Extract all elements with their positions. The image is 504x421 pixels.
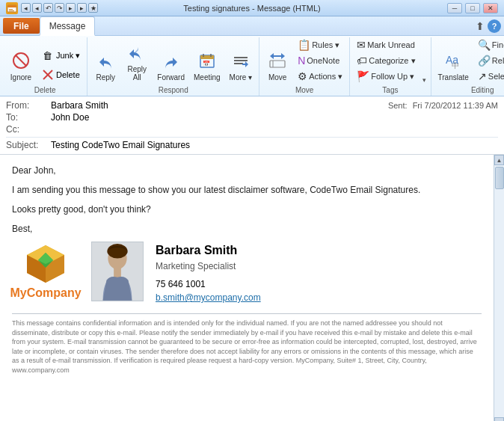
email-body-outer: Dear John, I am sending you this message… <box>0 155 504 421</box>
signature-block: MyCompany <box>12 242 482 304</box>
sent-value: Fri 7/20/2012 11:39 AM <box>413 101 498 110</box>
find-label: Find <box>492 40 504 49</box>
reply-button[interactable]: Reply <box>90 49 120 84</box>
reply-all-button[interactable]: ReplyAll <box>122 41 152 84</box>
more-label: More ▾ <box>230 73 253 82</box>
junk-delete-col: 🗑 Junk ▾ Delete <box>37 46 84 84</box>
file-menu-button[interactable]: File <box>3 18 40 34</box>
related-icon: 🔗 <box>478 55 491 67</box>
tb-btn-2[interactable]: ◂ <box>32 3 42 13</box>
move-label: Move <box>268 73 286 82</box>
from-value: Barbara Smith <box>51 100 388 111</box>
window-title: Testing signatures - Message (HTML) <box>183 4 320 13</box>
email-body: Dear John, I am sending you this message… <box>0 155 494 421</box>
restore-button[interactable]: □ <box>465 3 480 13</box>
close-button[interactable]: ✕ <box>483 3 498 13</box>
sig-info: Barbara Smith Marketing Specialist 75 64… <box>156 242 261 304</box>
more-button[interactable]: More ▾ <box>226 49 256 84</box>
translate-button[interactable]: Aa中 Translate <box>434 49 473 84</box>
select-button[interactable]: ↗ Select ▾ <box>474 69 504 84</box>
help-button[interactable]: ? <box>488 19 501 33</box>
collapse-icon[interactable]: ⬆ <box>476 20 485 32</box>
related-button[interactable]: 🔗 Related ▾ <box>474 53 504 68</box>
scroll-up-button[interactable]: ▲ <box>494 155 504 165</box>
find-icon: 🔍 <box>478 39 491 51</box>
message-tab[interactable]: Message <box>40 16 96 36</box>
company-name: MyCompany <box>10 284 81 302</box>
follow-up-button[interactable]: 🚩 Follow Up ▾ <box>353 69 419 84</box>
meeting-button[interactable]: 📅 Meeting <box>190 49 224 84</box>
person-photo <box>91 242 144 301</box>
svg-rect-14 <box>234 57 248 58</box>
ignore-button[interactable]: Ignore <box>6 49 36 84</box>
delete-group-buttons: Ignore 🗑 Junk ▾ Delete <box>6 37 84 85</box>
app-icon <box>6 2 18 14</box>
delete-group: Ignore 🗑 Junk ▾ Delete Delete <box>3 37 87 96</box>
editing-group-label: Editing <box>471 85 494 96</box>
tb-btn-3[interactable]: ↶ <box>43 3 53 13</box>
tb-btn-1[interactable]: ◂ <box>21 3 31 13</box>
move-small-col: 📋 Rules ▾ N OneNote ⚙ Actions ▾ <box>294 37 346 84</box>
forward-button[interactable]: Forward <box>153 49 188 84</box>
sig-title: Marketing Specialist <box>156 259 261 273</box>
paragraph1: I am sending you this message to show yo… <box>12 183 482 197</box>
mark-unread-icon: ✉ <box>357 39 366 51</box>
svg-text:中: 中 <box>452 61 459 70</box>
forward-label: Forward <box>157 73 185 82</box>
tb-btn-6[interactable]: ▸ <box>77 3 87 13</box>
scroll-thumb[interactable] <box>495 167 504 189</box>
sig-phone: 75 646 1001 <box>156 277 261 291</box>
rules-label: Rules ▾ <box>312 40 339 50</box>
editing-group-buttons: Aa中 Translate 🔍 Find 🔗 Related ▾ ↗ Selec… <box>434 37 504 85</box>
title-bar: ◂ ◂ ↶ ↷ ▸ ▸ ★ Testing signatures - Messa… <box>0 0 504 16</box>
svg-rect-15 <box>234 60 248 61</box>
delete-button[interactable]: Delete <box>37 66 84 84</box>
tb-btn-5[interactable]: ▸ <box>66 3 76 13</box>
rules-button[interactable]: 📋 Rules ▾ <box>294 37 346 52</box>
svg-line-5 <box>16 55 26 66</box>
rules-icon: 📋 <box>298 39 310 51</box>
reply-all-icon <box>128 43 146 64</box>
tags-dropdown[interactable]: ▾ <box>421 76 428 84</box>
tags-small-col: ✉ Mark Unread 🏷 Categorize ▾ 🚩 Follow Up… <box>353 37 419 84</box>
tags-group-buttons: ✉ Mark Unread 🏷 Categorize ▾ 🚩 Follow Up… <box>353 37 427 85</box>
svg-rect-16 <box>234 63 243 64</box>
categorize-button[interactable]: 🏷 Categorize ▾ <box>353 53 419 68</box>
svg-rect-10 <box>200 55 214 59</box>
move-button[interactable]: Move <box>262 49 292 84</box>
mark-unread-button[interactable]: ✉ Mark Unread <box>353 37 419 52</box>
select-label: Select ▾ <box>488 72 504 82</box>
junk-button[interactable]: 🗑 Junk ▾ <box>37 46 84 64</box>
find-button[interactable]: 🔍 Find <box>474 37 504 52</box>
editing-small-col: 🔍 Find 🔗 Related ▾ ↗ Select ▾ <box>474 37 504 84</box>
onenote-button[interactable]: N OneNote <box>294 53 346 68</box>
ignore-label: Ignore <box>10 73 31 82</box>
reply-label: Reply <box>96 73 116 82</box>
cc-label: Cc: <box>6 124 51 135</box>
svg-rect-3 <box>9 10 14 11</box>
scrollbar: ▲ ▼ <box>494 155 504 421</box>
move-group-label: Move <box>295 85 313 96</box>
editing-group: Aa中 Translate 🔍 Find 🔗 Related ▾ ↗ Selec… <box>431 37 504 96</box>
delete-label: Delete <box>56 70 80 79</box>
from-row: From: Barbara Smith Sent: Fri 7/20/2012 … <box>6 99 498 111</box>
meeting-icon: 📅 <box>198 52 216 73</box>
closing: Best, <box>12 222 482 236</box>
scroll-down-button[interactable]: ▼ <box>494 417 504 421</box>
scroll-track <box>494 165 504 417</box>
translate-icon: Aa中 <box>444 52 462 73</box>
move-group: Move 📋 Rules ▾ N OneNote ⚙ Actions ▾ Mov… <box>259 37 350 96</box>
onenote-label: OneNote <box>307 56 339 65</box>
translate-label: Translate <box>438 73 469 82</box>
actions-button[interactable]: ⚙ Actions ▾ <box>294 69 346 84</box>
follow-up-label: Follow Up ▾ <box>371 72 414 82</box>
company-logo: MyCompany <box>12 242 79 302</box>
meeting-label: Meeting <box>194 73 221 82</box>
title-bar-left: ◂ ◂ ↶ ↷ ▸ ▸ ★ <box>6 2 98 14</box>
tb-btn-7[interactable]: ★ <box>88 3 98 13</box>
tb-btn-4[interactable]: ↷ <box>55 3 64 13</box>
minimize-button[interactable]: ─ <box>447 3 462 13</box>
categorize-icon: 🏷 <box>357 55 367 67</box>
to-value: John Doe <box>51 112 498 123</box>
cc-row: Cc: <box>6 123 498 135</box>
